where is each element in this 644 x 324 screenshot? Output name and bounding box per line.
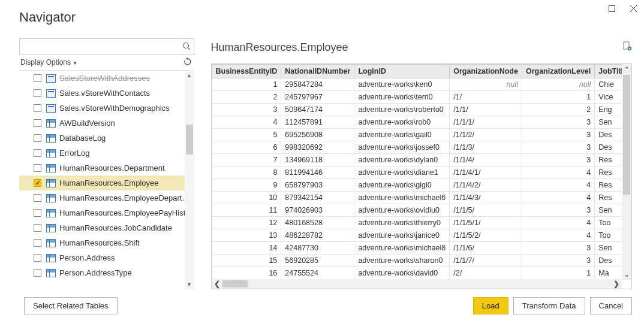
- tree-checkbox[interactable]: [34, 104, 41, 112]
- tree-scroll-thumb[interactable]: [186, 125, 193, 155]
- table-cell: 112457891: [281, 116, 354, 129]
- view-icon: [46, 89, 56, 98]
- search-icon[interactable]: [182, 42, 191, 53]
- grid-scroll-up-icon[interactable]: ⌃: [622, 64, 631, 74]
- tree-checkbox[interactable]: [34, 149, 41, 157]
- table-row[interactable]: 6998320692adventure-works\jossef0/1/1/3/…: [212, 141, 631, 154]
- grid-vscroll-thumb[interactable]: [623, 75, 630, 195]
- tree-item[interactable]: HumanResources.JobCandidate: [19, 220, 194, 235]
- refresh-icon[interactable]: [183, 57, 194, 68]
- select-related-tables-button[interactable]: Select Related Tables: [24, 297, 118, 314]
- table-row[interactable]: 13486228782adventure-works\janice0/1/1/5…: [212, 229, 631, 242]
- table-cell: 9: [212, 179, 281, 192]
- table-cell: 879342154: [281, 192, 354, 204]
- table-row[interactable]: 7134969118adventure-works\dylan0/1/1/4/3…: [212, 154, 631, 166]
- svg-rect-0: [609, 5, 615, 11]
- tree-checkbox[interactable]: [34, 224, 41, 232]
- column-header[interactable]: OrganizationLevel: [522, 65, 594, 78]
- column-header[interactable]: LoginID: [354, 65, 450, 78]
- tree-item[interactable]: HumanResources.EmployeePayHistory: [19, 205, 194, 220]
- column-header[interactable]: OrganizationNode: [450, 65, 522, 78]
- cancel-button[interactable]: Cancel: [590, 297, 632, 314]
- table-cell: null: [450, 78, 522, 91]
- tree-item[interactable]: HumanResources.Shift: [19, 235, 194, 250]
- tree-item[interactable]: HumanResources.Employee: [19, 175, 194, 190]
- tree-checkbox[interactable]: [34, 74, 41, 82]
- table-row[interactable]: 1442487730adventure-works\michael8/1/1/6…: [212, 242, 631, 255]
- table-cell: adventure-works\ovidiu0: [354, 204, 450, 217]
- table-icon: [46, 269, 56, 277]
- table-cell: 1: [522, 91, 594, 104]
- tree-item[interactable]: AWBuildVersion: [19, 116, 194, 131]
- table-row[interactable]: 9658797903adventure-works\gigi0/1/1/4/2/…: [212, 179, 631, 192]
- preview-options-icon[interactable]: [622, 41, 632, 53]
- tree-scrollbar[interactable]: ▲ ▼: [185, 71, 194, 289]
- table-row[interactable]: 12480168528adventure-works\thierry0/1/1/…: [212, 217, 631, 229]
- grid-scroll-left-icon[interactable]: ❮: [212, 280, 222, 288]
- object-tree[interactable]: SalesStoreWithAddressesSales.vStoreWithC…: [19, 71, 194, 289]
- table-row[interactable]: 1556920285adventure-works\sharon0/1/1/7/…: [212, 255, 631, 267]
- tree-checkbox[interactable]: [34, 209, 41, 217]
- grid-hscroll-thumb[interactable]: [222, 280, 248, 287]
- transform-data-button[interactable]: Transform Data: [513, 297, 585, 314]
- table-cell: 486228782: [281, 229, 354, 242]
- table-row[interactable]: 10879342154adventure-works\michael6/1/1/…: [212, 192, 631, 204]
- grid-hscrollbar[interactable]: ❮ ❯: [212, 279, 622, 289]
- scroll-down-icon[interactable]: ▼: [185, 280, 194, 289]
- tree-checkbox[interactable]: [34, 179, 41, 187]
- tree-item[interactable]: HumanResources.EmployeeDepartmen...: [19, 190, 194, 205]
- tree-checkbox[interactable]: [34, 194, 41, 202]
- column-header[interactable]: NationalIDNumber: [281, 65, 354, 78]
- table-cell: adventure-works\sharon0: [354, 255, 450, 267]
- tree-item[interactable]: HumanResources.Department: [19, 161, 194, 175]
- tree-item[interactable]: DatabaseLog: [19, 131, 194, 146]
- table-cell: /1/1/3/: [450, 141, 522, 154]
- table-cell: 998320692: [281, 141, 354, 154]
- table-row[interactable]: 2245797967adventure-works\terri0/1/1Vice: [212, 91, 631, 104]
- tree-checkbox[interactable]: [34, 239, 41, 247]
- table-cell: adventure-works\david0: [354, 267, 450, 280]
- table-row[interactable]: 5695256908adventure-works\gail0/1/1/2/3D…: [212, 129, 631, 141]
- load-button[interactable]: Load: [473, 297, 508, 314]
- table-row[interactable]: 1295847284adventure-works\ken0nullnullCh…: [212, 78, 631, 91]
- table-row[interactable]: 11974026903adventure-works\ovidiu0/1/1/5…: [212, 204, 631, 217]
- grid-vscrollbar[interactable]: ⌃ ⌄: [622, 64, 631, 279]
- tree-checkbox[interactable]: [34, 164, 41, 172]
- tree-checkbox[interactable]: [34, 269, 41, 277]
- table-cell: 4: [522, 192, 594, 204]
- tree-item[interactable]: Person.AddressType: [19, 265, 194, 280]
- tree-item[interactable]: Sales.vStoreWithDemographics: [19, 101, 194, 116]
- table-row[interactable]: 8811994146adventure-works\diane1/1/1/4/1…: [212, 166, 631, 179]
- window-maximize-icon[interactable]: [601, 0, 622, 17]
- table-cell: 1: [522, 267, 594, 280]
- table-cell: 3: [522, 204, 594, 217]
- tree-item[interactable]: ErrorLog: [19, 146, 194, 161]
- tree-item[interactable]: Sales.vStoreWithContacts: [19, 86, 194, 101]
- window-close-icon[interactable]: [622, 0, 644, 17]
- tree-item-label: Sales.vStoreWithContacts: [59, 89, 150, 98]
- tree-item-label: HumanResources.EmployeeDepartmen...: [59, 193, 194, 202]
- table-row[interactable]: 1624755524adventure-works\david0/2/1Ma: [212, 267, 631, 280]
- tree-checkbox[interactable]: [34, 254, 41, 262]
- table-cell: 3: [522, 116, 594, 129]
- tree-checkbox[interactable]: [34, 119, 41, 127]
- grid-scroll-down-icon[interactable]: ⌄: [622, 270, 631, 279]
- table-cell: 4: [522, 179, 594, 192]
- table-row[interactable]: 4112457891adventure-works\rob0/1/1/1/3Se…: [212, 116, 631, 129]
- tree-item[interactable]: SalesStoreWithAddresses: [19, 71, 194, 86]
- tree-checkbox[interactable]: [34, 134, 41, 142]
- table-cell: /1/1/4/2/: [450, 179, 522, 192]
- tree-item[interactable]: Person.Address: [19, 250, 194, 265]
- tree-item-label: Person.AddressType: [59, 268, 132, 277]
- tree-checkbox[interactable]: [34, 89, 41, 97]
- table-cell: 4: [522, 229, 594, 242]
- display-options-dropdown[interactable]: Display Options ▾: [20, 58, 77, 66]
- search-input[interactable]: [20, 39, 194, 54]
- grid-scroll-right-icon[interactable]: ❯: [611, 280, 622, 288]
- table-cell: 295847284: [281, 78, 354, 91]
- table-row[interactable]: 3509647174adventure-works\roberto0/1/1/2…: [212, 104, 631, 116]
- table-cell: adventure-works\michael8: [354, 242, 450, 255]
- dialog-title: Navigator: [0, 0, 644, 25]
- column-header[interactable]: BusinessEntityID: [212, 65, 281, 78]
- scroll-up-icon[interactable]: ▲: [185, 71, 194, 80]
